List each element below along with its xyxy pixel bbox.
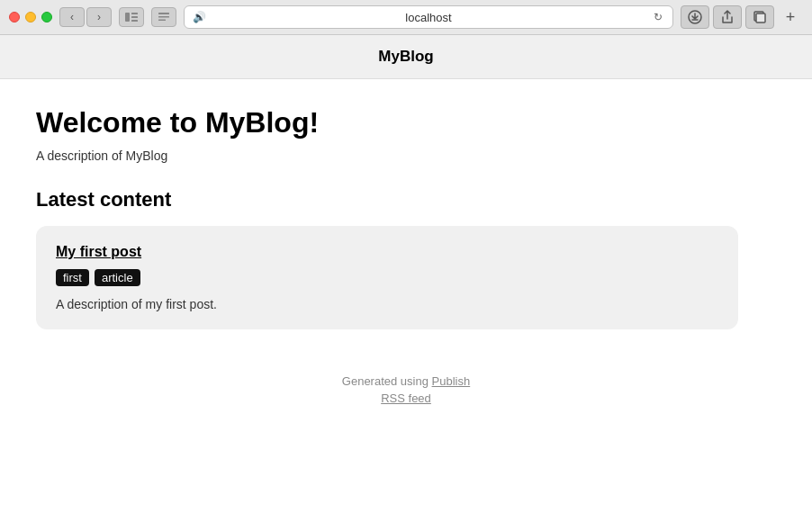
svg-rect-6 xyxy=(158,20,166,22)
tag-article: article xyxy=(95,269,140,286)
svg-rect-10 xyxy=(756,14,765,22)
footer-generated-text: Generated using xyxy=(342,374,432,388)
svg-rect-3 xyxy=(131,20,138,22)
svg-rect-5 xyxy=(158,16,169,18)
sidebar-toggle-button[interactable] xyxy=(119,7,144,27)
share-button[interactable] xyxy=(713,5,742,29)
browser-titlebar: ‹ › 🔊 localhost ↻ xyxy=(0,0,812,34)
site-description: A description of MyBlog xyxy=(36,148,738,163)
site-title: MyBlog xyxy=(378,48,433,65)
browser-chrome: ‹ › 🔊 localhost ↻ xyxy=(0,0,812,35)
browser-actions: + xyxy=(681,5,803,29)
maximize-button[interactable] xyxy=(41,12,52,22)
welcome-heading: Welcome to MyBlog! xyxy=(36,106,738,140)
post-description: A description of my first post. xyxy=(56,297,718,311)
close-button[interactable] xyxy=(9,12,20,22)
post-tags: first article xyxy=(56,269,718,286)
address-bar[interactable]: 🔊 localhost ↻ xyxy=(184,5,673,29)
minimize-button[interactable] xyxy=(25,12,36,22)
post-card: My first post first article A descriptio… xyxy=(36,226,738,329)
nav-buttons: ‹ › xyxy=(59,7,112,27)
tag-first: first xyxy=(56,269,89,286)
reload-icon[interactable]: ↻ xyxy=(651,10,665,24)
back-button[interactable]: ‹ xyxy=(59,7,85,27)
svg-rect-1 xyxy=(131,13,138,14)
main-content: Welcome to MyBlog! A description of MyBl… xyxy=(0,79,774,347)
new-window-button[interactable] xyxy=(745,5,774,29)
publish-link[interactable]: Publish xyxy=(432,374,471,388)
traffic-lights xyxy=(9,12,52,22)
forward-button[interactable]: › xyxy=(86,7,112,27)
site-footer: Generated using Publish RSS feed xyxy=(0,347,812,427)
url-display: localhost xyxy=(212,11,645,24)
site-header: MyBlog xyxy=(0,35,812,79)
svg-rect-0 xyxy=(125,13,130,22)
post-title-link[interactable]: My first post xyxy=(56,244,141,260)
svg-rect-4 xyxy=(158,13,169,14)
footer-rss-line: RSS feed xyxy=(18,392,794,405)
latest-heading: Latest content xyxy=(36,188,738,212)
reader-button[interactable] xyxy=(151,7,176,27)
new-tab-button[interactable]: + xyxy=(778,5,803,29)
rss-feed-link[interactable]: RSS feed xyxy=(381,392,431,405)
audio-icon[interactable]: 🔊 xyxy=(192,10,206,24)
download-button[interactable] xyxy=(681,5,709,29)
svg-rect-2 xyxy=(131,16,138,18)
footer-generated-line: Generated using Publish xyxy=(18,374,794,388)
